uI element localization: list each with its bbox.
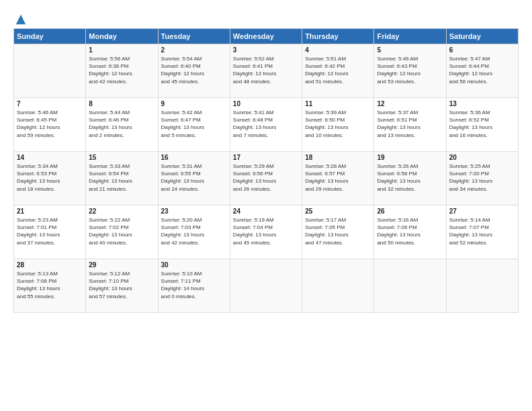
weekday-header: Saturday xyxy=(446,29,518,44)
day-number: 18 xyxy=(305,154,371,161)
calendar-cell: 4Sunrise: 5:51 AM Sunset: 6:42 PM Daylig… xyxy=(302,44,374,98)
day-number: 11 xyxy=(305,100,371,107)
day-info: Sunrise: 5:26 AM Sunset: 6:58 PM Dayligh… xyxy=(377,163,443,193)
day-info: Sunrise: 5:39 AM Sunset: 6:50 PM Dayligh… xyxy=(305,109,371,139)
calendar-cell: 3Sunrise: 5:52 AM Sunset: 6:41 PM Daylig… xyxy=(230,44,302,98)
day-number: 25 xyxy=(305,208,371,215)
calendar-cell xyxy=(446,259,518,313)
weekday-header: Wednesday xyxy=(230,29,302,44)
calendar-cell: 2Sunrise: 5:54 AM Sunset: 6:40 PM Daylig… xyxy=(158,44,230,98)
calendar-cell: 18Sunrise: 5:28 AM Sunset: 6:57 PM Dayli… xyxy=(302,152,374,205)
weekday-header: Sunday xyxy=(14,29,86,44)
calendar-cell: 12Sunrise: 5:37 AM Sunset: 6:51 PM Dayli… xyxy=(374,98,446,152)
calendar-header-row: SundayMondayTuesdayWednesdayThursdayFrid… xyxy=(14,29,519,44)
day-info: Sunrise: 5:54 AM Sunset: 6:40 PM Dayligh… xyxy=(161,55,227,85)
day-info: Sunrise: 5:19 AM Sunset: 7:04 PM Dayligh… xyxy=(233,216,299,246)
calendar-cell: 26Sunrise: 5:16 AM Sunset: 7:06 PM Dayli… xyxy=(374,205,446,259)
calendar-cell: 24Sunrise: 5:19 AM Sunset: 7:04 PM Dayli… xyxy=(230,205,302,259)
day-info: Sunrise: 5:10 AM Sunset: 7:11 PM Dayligh… xyxy=(161,270,227,300)
day-number: 3 xyxy=(233,46,299,54)
weekday-header: Tuesday xyxy=(158,29,230,44)
day-info: Sunrise: 5:14 AM Sunset: 7:07 PM Dayligh… xyxy=(449,216,515,246)
weekday-header: Friday xyxy=(374,29,446,44)
day-number: 7 xyxy=(17,100,83,107)
day-info: Sunrise: 5:49 AM Sunset: 6:43 PM Dayligh… xyxy=(377,55,443,85)
calendar-cell: 17Sunrise: 5:29 AM Sunset: 6:56 PM Dayli… xyxy=(230,152,302,205)
day-number: 19 xyxy=(377,154,443,161)
day-number: 28 xyxy=(17,261,83,269)
day-number: 15 xyxy=(89,154,154,161)
day-info: Sunrise: 5:41 AM Sunset: 6:48 PM Dayligh… xyxy=(233,109,299,139)
day-number: 24 xyxy=(233,208,299,215)
calendar-cell: 8Sunrise: 5:44 AM Sunset: 6:46 PM Daylig… xyxy=(86,98,158,152)
day-number: 4 xyxy=(305,46,371,54)
day-number: 13 xyxy=(449,100,515,107)
logo xyxy=(13,13,27,21)
calendar-week-row: 1Sunrise: 5:56 AM Sunset: 6:38 PM Daylig… xyxy=(14,44,519,98)
calendar-cell: 13Sunrise: 5:36 AM Sunset: 6:52 PM Dayli… xyxy=(446,98,518,152)
day-info: Sunrise: 5:20 AM Sunset: 7:03 PM Dayligh… xyxy=(161,216,227,246)
day-number: 29 xyxy=(89,261,154,269)
day-number: 1 xyxy=(89,46,154,54)
day-number: 16 xyxy=(161,154,227,161)
day-number: 14 xyxy=(17,154,83,161)
day-info: Sunrise: 5:28 AM Sunset: 6:57 PM Dayligh… xyxy=(305,163,371,193)
day-info: Sunrise: 5:34 AM Sunset: 6:53 PM Dayligh… xyxy=(17,163,83,193)
calendar-cell: 10Sunrise: 5:41 AM Sunset: 6:48 PM Dayli… xyxy=(230,98,302,152)
calendar-cell: 25Sunrise: 5:17 AM Sunset: 7:05 PM Dayli… xyxy=(302,205,374,259)
calendar-cell xyxy=(230,259,302,313)
day-info: Sunrise: 5:46 AM Sunset: 6:45 PM Dayligh… xyxy=(17,109,83,139)
day-info: Sunrise: 5:23 AM Sunset: 7:01 PM Dayligh… xyxy=(17,216,83,246)
day-info: Sunrise: 5:47 AM Sunset: 6:44 PM Dayligh… xyxy=(449,55,515,85)
calendar-cell: 29Sunrise: 5:12 AM Sunset: 7:10 PM Dayli… xyxy=(86,259,158,313)
day-number: 23 xyxy=(161,208,227,215)
day-info: Sunrise: 5:37 AM Sunset: 6:51 PM Dayligh… xyxy=(377,109,443,139)
day-number: 12 xyxy=(377,100,443,107)
day-number: 5 xyxy=(377,46,443,54)
day-number: 27 xyxy=(449,208,515,215)
calendar-cell: 22Sunrise: 5:22 AM Sunset: 7:02 PM Dayli… xyxy=(86,205,158,259)
day-info: Sunrise: 5:56 AM Sunset: 6:38 PM Dayligh… xyxy=(89,55,154,85)
calendar-cell xyxy=(302,259,374,313)
calendar-cell: 15Sunrise: 5:33 AM Sunset: 6:54 PM Dayli… xyxy=(86,152,158,205)
calendar-cell: 9Sunrise: 5:42 AM Sunset: 6:47 PM Daylig… xyxy=(158,98,230,152)
weekday-header: Thursday xyxy=(302,29,374,44)
calendar-cell xyxy=(14,44,86,98)
day-info: Sunrise: 5:13 AM Sunset: 7:08 PM Dayligh… xyxy=(17,270,83,300)
day-info: Sunrise: 5:17 AM Sunset: 7:05 PM Dayligh… xyxy=(305,216,371,246)
calendar-week-row: 14Sunrise: 5:34 AM Sunset: 6:53 PM Dayli… xyxy=(14,152,519,205)
day-info: Sunrise: 5:36 AM Sunset: 6:52 PM Dayligh… xyxy=(449,109,515,139)
calendar-week-row: 28Sunrise: 5:13 AM Sunset: 7:08 PM Dayli… xyxy=(14,259,519,313)
calendar-week-row: 7Sunrise: 5:46 AM Sunset: 6:45 PM Daylig… xyxy=(14,98,519,152)
day-number: 8 xyxy=(89,100,154,107)
day-number: 6 xyxy=(449,46,515,54)
calendar-cell: 20Sunrise: 5:25 AM Sunset: 7:00 PM Dayli… xyxy=(446,152,518,205)
calendar-cell: 11Sunrise: 5:39 AM Sunset: 6:50 PM Dayli… xyxy=(302,98,374,152)
calendar-cell: 7Sunrise: 5:46 AM Sunset: 6:45 PM Daylig… xyxy=(14,98,86,152)
calendar-cell: 28Sunrise: 5:13 AM Sunset: 7:08 PM Dayli… xyxy=(14,259,86,313)
calendar-table: SundayMondayTuesdayWednesdayThursdayFrid… xyxy=(13,28,519,313)
calendar-cell: 1Sunrise: 5:56 AM Sunset: 6:38 PM Daylig… xyxy=(86,44,158,98)
calendar-cell: 23Sunrise: 5:20 AM Sunset: 7:03 PM Dayli… xyxy=(158,205,230,259)
day-info: Sunrise: 5:31 AM Sunset: 6:55 PM Dayligh… xyxy=(161,163,227,193)
calendar-cell: 16Sunrise: 5:31 AM Sunset: 6:55 PM Dayli… xyxy=(158,152,230,205)
day-number: 2 xyxy=(161,46,227,54)
day-info: Sunrise: 5:44 AM Sunset: 6:46 PM Dayligh… xyxy=(89,109,154,139)
day-info: Sunrise: 5:33 AM Sunset: 6:54 PM Dayligh… xyxy=(89,163,154,193)
calendar-cell: 30Sunrise: 5:10 AM Sunset: 7:11 PM Dayli… xyxy=(158,259,230,313)
day-number: 22 xyxy=(89,208,154,215)
calendar-week-row: 21Sunrise: 5:23 AM Sunset: 7:01 PM Dayli… xyxy=(14,205,519,259)
day-info: Sunrise: 5:29 AM Sunset: 6:56 PM Dayligh… xyxy=(233,163,299,193)
day-number: 26 xyxy=(377,208,443,215)
day-info: Sunrise: 5:12 AM Sunset: 7:10 PM Dayligh… xyxy=(89,270,154,300)
calendar-cell: 6Sunrise: 5:47 AM Sunset: 6:44 PM Daylig… xyxy=(446,44,518,98)
day-number: 17 xyxy=(233,154,299,161)
weekday-header: Monday xyxy=(86,29,158,44)
calendar-cell: 5Sunrise: 5:49 AM Sunset: 6:43 PM Daylig… xyxy=(374,44,446,98)
day-number: 21 xyxy=(17,208,83,215)
calendar-body: 1Sunrise: 5:56 AM Sunset: 6:38 PM Daylig… xyxy=(14,44,519,313)
calendar-cell: 27Sunrise: 5:14 AM Sunset: 7:07 PM Dayli… xyxy=(446,205,518,259)
calendar-cell: 19Sunrise: 5:26 AM Sunset: 6:58 PM Dayli… xyxy=(374,152,446,205)
svg-marker-0 xyxy=(16,15,26,24)
day-info: Sunrise: 5:16 AM Sunset: 7:06 PM Dayligh… xyxy=(377,216,443,246)
